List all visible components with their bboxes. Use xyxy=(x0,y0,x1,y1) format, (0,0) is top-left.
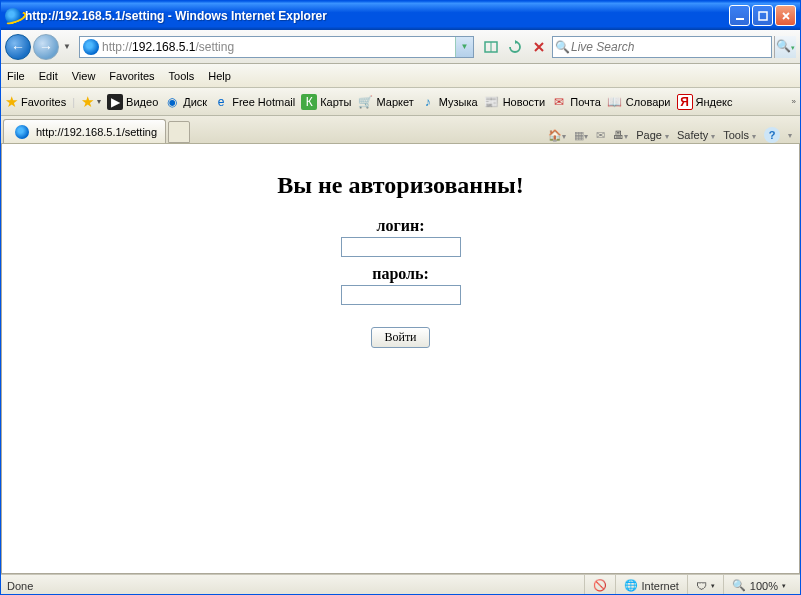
navigation-bar: ← → ▼ http://192.168.5.1/setting ▼ 🔍 🔍▾ xyxy=(1,30,800,64)
page-icon xyxy=(83,39,99,55)
zoom-control[interactable]: 🔍100% ▾ xyxy=(723,575,794,595)
fav-link-maps[interactable]: ККарты xyxy=(301,94,351,110)
login-input[interactable] xyxy=(341,237,461,257)
add-favorite-button[interactable]: ★▾ xyxy=(81,93,101,111)
fav-link-news[interactable]: 📰Новости xyxy=(484,94,546,110)
menu-favorites[interactable]: Favorites xyxy=(109,70,154,82)
page-viewport: Вы не авторизованны! логин: пароль: Войт… xyxy=(1,144,800,574)
password-input[interactable] xyxy=(341,285,461,305)
menu-file[interactable]: File xyxy=(7,70,25,82)
market-icon: 🛒 xyxy=(358,94,374,110)
home-button[interactable]: 🏠▾ xyxy=(548,129,566,142)
yandex-icon: Я xyxy=(677,94,693,110)
globe-icon: 🌐 xyxy=(624,579,638,592)
readmail-button[interactable]: ✉ xyxy=(596,129,605,142)
tools-menu[interactable]: Tools ▾ xyxy=(723,129,756,141)
fav-link-dict[interactable]: 📖Словари xyxy=(607,94,671,110)
star-icon: ★ xyxy=(5,93,18,111)
menu-bar: File Edit View Favorites Tools Help xyxy=(1,64,800,88)
fav-link-hotmail[interactable]: eFree Hotmail xyxy=(213,94,295,110)
svg-rect-0 xyxy=(736,18,744,20)
address-dropdown[interactable]: ▼ xyxy=(455,37,473,57)
search-bar[interactable]: 🔍 xyxy=(552,36,772,58)
maximize-button[interactable] xyxy=(752,5,773,26)
play-icon: ▶ xyxy=(107,94,123,110)
maps-icon: К xyxy=(301,94,317,110)
fav-link-disk[interactable]: ◉Диск xyxy=(164,94,207,110)
fav-link-market[interactable]: 🛒Маркет xyxy=(358,94,414,110)
password-label: пароль: xyxy=(2,265,799,283)
star-add-icon: ★ xyxy=(81,93,94,111)
menu-tools[interactable]: Tools xyxy=(169,70,195,82)
page-menu[interactable]: Page ▾ xyxy=(636,129,669,141)
news-icon: 📰 xyxy=(484,94,500,110)
disk-icon: ◉ xyxy=(164,94,180,110)
minimize-button[interactable] xyxy=(729,5,750,26)
fav-link-yandex[interactable]: ЯЯндекс xyxy=(677,94,733,110)
favorites-button[interactable]: ★Favorites xyxy=(5,93,66,111)
back-button[interactable]: ← xyxy=(5,34,31,60)
forward-button[interactable]: → xyxy=(33,34,59,60)
tab-icon xyxy=(15,125,29,139)
menu-help[interactable]: Help xyxy=(208,70,231,82)
music-icon: ♪ xyxy=(420,94,436,110)
login-label: логин: xyxy=(2,217,799,235)
fav-link-mail[interactable]: ✉Почта xyxy=(551,94,601,110)
fav-link-video[interactable]: ▶Видео xyxy=(107,94,158,110)
stop-button[interactable] xyxy=(528,36,550,58)
search-provider-icon: 🔍 xyxy=(553,40,571,54)
ie-icon: e xyxy=(213,94,229,110)
window-title: http://192.168.5.1/setting - Windows Int… xyxy=(25,9,729,23)
tab-active[interactable]: http://192.168.5.1/setting xyxy=(3,119,166,143)
mail-icon: ✉ xyxy=(551,94,567,110)
search-input[interactable] xyxy=(571,40,771,54)
ie-logo-icon xyxy=(5,8,21,24)
svg-rect-1 xyxy=(759,12,767,20)
status-text: Done xyxy=(7,580,584,592)
address-text[interactable]: http://192.168.5.1/setting xyxy=(102,40,455,54)
search-button[interactable]: 🔍▾ xyxy=(774,36,796,58)
status-popup-blocker[interactable]: 🚫 xyxy=(584,575,615,595)
menu-view[interactable]: View xyxy=(72,70,96,82)
window-titlebar: http://192.168.5.1/setting - Windows Int… xyxy=(1,1,800,30)
status-bar: Done 🚫 🌐Internet 🛡▾ 🔍100% ▾ xyxy=(1,574,800,595)
favorites-bar: ★Favorites | ★▾ ▶Видео ◉Диск eFree Hotma… xyxy=(1,88,800,116)
status-zone[interactable]: 🌐Internet xyxy=(615,575,687,595)
dict-icon: 📖 xyxy=(607,94,623,110)
tab-title: http://192.168.5.1/setting xyxy=(36,126,157,138)
status-protected-mode[interactable]: 🛡▾ xyxy=(687,575,723,595)
submit-button[interactable]: Войти xyxy=(371,327,429,348)
favbar-overflow[interactable]: » xyxy=(792,97,796,106)
refresh-button[interactable] xyxy=(504,36,526,58)
tab-bar: http://192.168.5.1/setting 🏠▾ ▦▾ ✉ 🖶▾ Pa… xyxy=(1,116,800,144)
address-bar[interactable]: http://192.168.5.1/setting ▼ xyxy=(79,36,474,58)
new-tab-button[interactable] xyxy=(168,121,190,143)
compat-view-button[interactable] xyxy=(480,36,502,58)
menu-edit[interactable]: Edit xyxy=(39,70,58,82)
page-heading: Вы не авторизованны! xyxy=(2,172,799,199)
command-bar: 🏠▾ ▦▾ ✉ 🖶▾ Page ▾ Safety ▾ Tools ▾ ?▾ xyxy=(190,127,798,143)
fav-link-music[interactable]: ♪Музыка xyxy=(420,94,478,110)
feeds-button[interactable]: ▦▾ xyxy=(574,129,588,142)
close-button[interactable] xyxy=(775,5,796,26)
safety-menu[interactable]: Safety ▾ xyxy=(677,129,715,141)
print-button[interactable]: 🖶▾ xyxy=(613,129,628,141)
history-dropdown[interactable]: ▼ xyxy=(61,42,73,51)
help-button[interactable]: ? xyxy=(764,127,780,143)
